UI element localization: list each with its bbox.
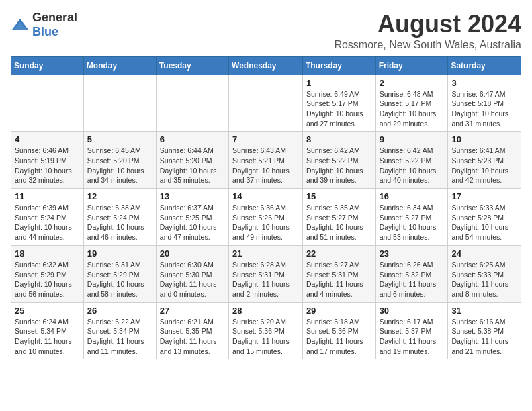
day-detail: Sunrise: 6:38 AMSunset: 5:24 PMDaylight:… <box>87 203 152 242</box>
header-day-tuesday: Tuesday <box>156 56 228 75</box>
calendar-table: SundayMondayTuesdayWednesdayThursdayFrid… <box>11 56 521 360</box>
calendar-cell: 30Sunrise: 6:17 AMSunset: 5:37 PMDayligh… <box>375 302 448 359</box>
day-detail: Sunrise: 6:33 AMSunset: 5:28 PMDaylight:… <box>451 203 517 242</box>
day-number: 23 <box>380 248 445 259</box>
day-detail: Sunrise: 6:17 AMSunset: 5:37 PMDaylight:… <box>380 317 445 357</box>
header-row: SundayMondayTuesdayWednesdayThursdayFrid… <box>11 56 521 75</box>
day-number: 13 <box>160 191 225 201</box>
day-detail: Sunrise: 6:34 AMSunset: 5:27 PMDaylight:… <box>380 203 445 242</box>
day-number: 25 <box>15 306 80 316</box>
day-number: 11 <box>15 191 80 201</box>
calendar-cell: 2Sunrise: 6:48 AMSunset: 5:17 PMDaylight… <box>375 75 448 132</box>
logo-icon <box>11 17 30 32</box>
day-detail: Sunrise: 6:26 AMSunset: 5:32 PMDaylight:… <box>380 260 445 300</box>
day-number: 31 <box>451 306 517 316</box>
calendar-week-3: 11Sunrise: 6:39 AMSunset: 5:24 PMDayligh… <box>11 189 521 246</box>
day-detail: Sunrise: 6:30 AMSunset: 5:30 PMDaylight:… <box>160 260 225 300</box>
calendar-cell: 5Sunrise: 6:45 AMSunset: 5:20 PMDaylight… <box>83 132 156 189</box>
calendar-cell: 17Sunrise: 6:33 AMSunset: 5:28 PMDayligh… <box>448 189 521 246</box>
day-detail: Sunrise: 6:27 AMSunset: 5:31 PMDaylight:… <box>306 260 372 300</box>
header-day-thursday: Thursday <box>302 56 375 75</box>
header-day-saturday: Saturday <box>448 56 521 75</box>
calendar-body: 1Sunrise: 6:49 AMSunset: 5:17 PMDaylight… <box>11 75 521 359</box>
day-detail: Sunrise: 6:32 AMSunset: 5:29 PMDaylight:… <box>15 260 80 300</box>
day-detail: Sunrise: 6:43 AMSunset: 5:21 PMDaylight:… <box>232 146 299 185</box>
logo-blue: Blue <box>32 25 58 38</box>
calendar-header: SundayMondayTuesdayWednesdayThursdayFrid… <box>11 56 521 75</box>
calendar-cell <box>83 75 156 132</box>
day-number: 16 <box>380 191 445 201</box>
calendar-cell: 26Sunrise: 6:22 AMSunset: 5:34 PMDayligh… <box>83 302 156 359</box>
day-detail: Sunrise: 6:39 AMSunset: 5:24 PMDaylight:… <box>15 203 80 242</box>
day-number: 27 <box>160 306 225 316</box>
calendar-cell: 18Sunrise: 6:32 AMSunset: 5:29 PMDayligh… <box>11 245 84 302</box>
main-title: August 2024 <box>334 11 521 38</box>
day-number: 12 <box>87 191 152 201</box>
calendar-cell: 9Sunrise: 6:42 AMSunset: 5:22 PMDaylight… <box>375 132 448 189</box>
day-detail: Sunrise: 6:37 AMSunset: 5:25 PMDaylight:… <box>160 203 225 242</box>
day-detail: Sunrise: 6:20 AMSunset: 5:36 PMDaylight:… <box>232 317 299 357</box>
day-detail: Sunrise: 6:48 AMSunset: 5:17 PMDaylight:… <box>380 89 445 129</box>
day-number: 9 <box>380 134 445 144</box>
calendar-week-4: 18Sunrise: 6:32 AMSunset: 5:29 PMDayligh… <box>11 245 521 302</box>
calendar-cell: 12Sunrise: 6:38 AMSunset: 5:24 PMDayligh… <box>83 189 156 246</box>
day-detail: Sunrise: 6:46 AMSunset: 5:19 PMDaylight:… <box>15 146 80 185</box>
header-day-monday: Monday <box>83 56 156 75</box>
day-number: 6 <box>160 134 225 144</box>
day-number: 1 <box>306 78 372 88</box>
header-day-sunday: Sunday <box>11 56 84 75</box>
day-number: 17 <box>451 191 517 201</box>
day-number: 4 <box>15 134 80 144</box>
day-detail: Sunrise: 6:42 AMSunset: 5:22 PMDaylight:… <box>380 146 445 185</box>
day-number: 2 <box>380 78 445 88</box>
day-detail: Sunrise: 6:45 AMSunset: 5:20 PMDaylight:… <box>87 146 152 185</box>
day-detail: Sunrise: 6:44 AMSunset: 5:20 PMDaylight:… <box>160 146 225 185</box>
day-number: 15 <box>306 191 372 201</box>
day-number: 26 <box>87 306 152 316</box>
title-block: August 2024 Rossmore, New South Wales, A… <box>334 11 521 51</box>
calendar-cell: 20Sunrise: 6:30 AMSunset: 5:30 PMDayligh… <box>156 245 228 302</box>
day-detail: Sunrise: 6:21 AMSunset: 5:35 PMDaylight:… <box>160 317 225 357</box>
day-number: 20 <box>160 248 225 259</box>
calendar-cell <box>11 75 84 132</box>
calendar-cell: 25Sunrise: 6:24 AMSunset: 5:34 PMDayligh… <box>11 302 84 359</box>
calendar-cell: 29Sunrise: 6:18 AMSunset: 5:36 PMDayligh… <box>302 302 375 359</box>
day-number: 30 <box>380 306 445 316</box>
header-day-wednesday: Wednesday <box>229 56 303 75</box>
calendar-cell: 3Sunrise: 6:47 AMSunset: 5:18 PMDaylight… <box>448 75 521 132</box>
calendar-cell: 21Sunrise: 6:28 AMSunset: 5:31 PMDayligh… <box>229 245 303 302</box>
day-number: 18 <box>15 248 80 259</box>
logo: General Blue <box>11 11 77 39</box>
logo-general: General <box>32 11 77 24</box>
calendar-cell <box>156 75 228 132</box>
day-detail: Sunrise: 6:47 AMSunset: 5:18 PMDaylight:… <box>451 89 517 129</box>
day-number: 28 <box>232 306 299 316</box>
calendar-cell: 11Sunrise: 6:39 AMSunset: 5:24 PMDayligh… <box>11 189 84 246</box>
calendar-cell: 14Sunrise: 6:36 AMSunset: 5:26 PMDayligh… <box>229 189 303 246</box>
day-number: 5 <box>87 134 152 144</box>
day-detail: Sunrise: 6:49 AMSunset: 5:17 PMDaylight:… <box>306 89 372 129</box>
day-detail: Sunrise: 6:28 AMSunset: 5:31 PMDaylight:… <box>232 260 299 300</box>
calendar-cell: 13Sunrise: 6:37 AMSunset: 5:25 PMDayligh… <box>156 189 228 246</box>
day-detail: Sunrise: 6:24 AMSunset: 5:34 PMDaylight:… <box>15 317 80 357</box>
calendar-cell: 19Sunrise: 6:31 AMSunset: 5:29 PMDayligh… <box>83 245 156 302</box>
calendar-cell: 7Sunrise: 6:43 AMSunset: 5:21 PMDaylight… <box>229 132 303 189</box>
calendar-cell: 6Sunrise: 6:44 AMSunset: 5:20 PMDaylight… <box>156 132 228 189</box>
day-number: 24 <box>451 248 517 259</box>
calendar-cell: 8Sunrise: 6:42 AMSunset: 5:22 PMDaylight… <box>302 132 375 189</box>
day-number: 10 <box>451 134 517 144</box>
calendar-week-5: 25Sunrise: 6:24 AMSunset: 5:34 PMDayligh… <box>11 302 521 359</box>
day-detail: Sunrise: 6:31 AMSunset: 5:29 PMDaylight:… <box>87 260 152 300</box>
day-detail: Sunrise: 6:16 AMSunset: 5:38 PMDaylight:… <box>451 317 517 357</box>
subtitle: Rossmore, New South Wales, Australia <box>334 39 521 51</box>
calendar-cell: 27Sunrise: 6:21 AMSunset: 5:35 PMDayligh… <box>156 302 228 359</box>
day-detail: Sunrise: 6:22 AMSunset: 5:34 PMDaylight:… <box>87 317 152 357</box>
calendar-cell: 24Sunrise: 6:25 AMSunset: 5:33 PMDayligh… <box>448 245 521 302</box>
page-header: General Blue August 2024 Rossmore, New S… <box>11 11 521 51</box>
day-detail: Sunrise: 6:42 AMSunset: 5:22 PMDaylight:… <box>306 146 372 185</box>
day-number: 29 <box>306 306 372 316</box>
calendar-cell: 15Sunrise: 6:35 AMSunset: 5:27 PMDayligh… <box>302 189 375 246</box>
calendar-cell <box>229 75 303 132</box>
day-detail: Sunrise: 6:18 AMSunset: 5:36 PMDaylight:… <box>306 317 372 357</box>
calendar-cell: 16Sunrise: 6:34 AMSunset: 5:27 PMDayligh… <box>375 189 448 246</box>
